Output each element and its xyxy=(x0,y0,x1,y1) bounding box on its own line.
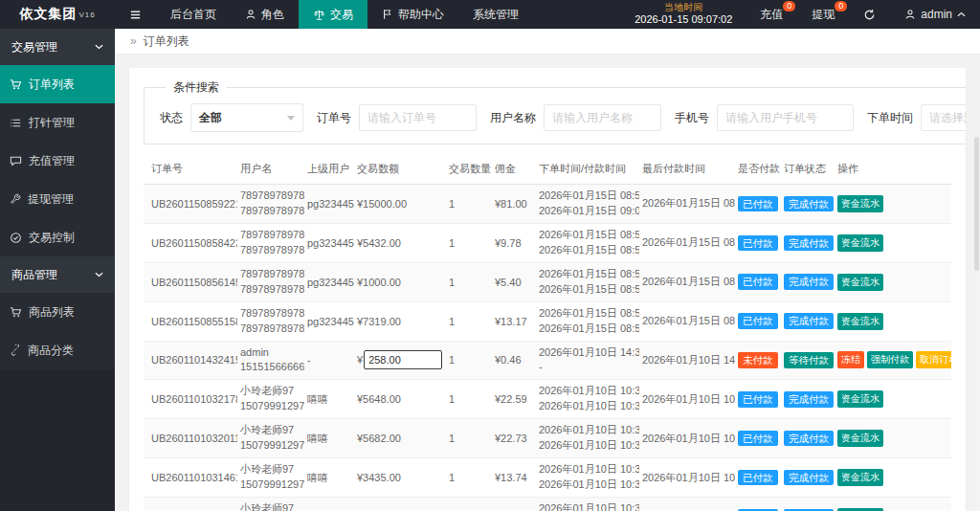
sidebar-item-goods-list[interactable]: 商品列表 xyxy=(0,293,115,331)
cart-icon xyxy=(10,306,22,319)
sidebar-group-trade[interactable]: 交易管理 xyxy=(0,29,115,65)
nav-dashboard[interactable]: 后台首页 xyxy=(156,0,231,29)
order-pay-time-cell: 2026年01月10日 14:32:41- xyxy=(536,341,639,380)
column-header: 最后付款时间 xyxy=(639,154,735,185)
sidebar-item-injection[interactable]: 打针管理 xyxy=(0,103,115,142)
action-button[interactable]: 资金流水 xyxy=(837,469,883,486)
local-time-value: 2026-01-15 09:07:02 xyxy=(635,13,732,27)
action-button[interactable]: 资金流水 xyxy=(837,274,883,291)
order-no-label: 订单号 xyxy=(317,110,351,126)
action-button[interactable]: 强制付款 xyxy=(867,351,913,368)
user-line: 15079991297 xyxy=(240,438,301,454)
order-status-badge: 完成付款 xyxy=(784,274,834,290)
parent-user-cell: 嘻嘻 xyxy=(304,498,354,511)
action-button[interactable]: 资金流水 xyxy=(837,390,883,408)
commission-cell: ¥81.00 xyxy=(492,185,536,224)
actions-cell: 资金流水 xyxy=(835,498,951,511)
sidebar-item-recharge[interactable]: 充值管理 xyxy=(0,142,115,180)
breadcrumb-prefix: » xyxy=(130,34,137,48)
order-pay-time-cell: 2026年01月15日 08:55:152026年01月15日 08:55:22 xyxy=(536,301,639,341)
status-select[interactable]: 全部 xyxy=(190,103,303,132)
flag-icon xyxy=(382,9,393,20)
sidebar-item-withdraw[interactable]: 提现管理 xyxy=(0,180,115,218)
status-label: 状态 xyxy=(160,110,183,126)
vertical-scrollbar[interactable] xyxy=(973,134,980,511)
user-cell: 7897897897878978978978 xyxy=(237,185,304,224)
nav-label: 帮助中心 xyxy=(398,7,444,23)
sidebar-item-label: 提现管理 xyxy=(28,191,74,208)
last-pay-time-cell: 2026年01月10日 10:32:01 xyxy=(639,419,735,458)
menu-toggle-button[interactable] xyxy=(115,0,156,29)
last-pay-time-cell: 2026年01月10日 10:31:32 xyxy=(639,498,735,511)
nav-role[interactable]: 角色 xyxy=(231,0,299,29)
action-button[interactable]: 取消订单 xyxy=(916,351,951,368)
recharge-button[interactable]: 充值 0 xyxy=(746,0,797,29)
withdraw-label: 提现 xyxy=(812,7,835,23)
sidebar-group-goods[interactable]: 商品管理 xyxy=(0,256,115,293)
pay-status-cell: 已付款 xyxy=(735,262,781,301)
order-time-input[interactable] xyxy=(921,104,966,131)
order-no-input[interactable] xyxy=(359,104,477,131)
chevron-up-icon xyxy=(957,11,966,17)
amount-input[interactable] xyxy=(364,350,442,369)
order-status-cell: 完成付款 xyxy=(781,498,835,511)
local-time-label: 当地时间 xyxy=(635,2,732,14)
column-header: 操作 xyxy=(835,154,951,185)
nav-system[interactable]: 系统管理 xyxy=(458,0,533,29)
column-header: 上级用户 xyxy=(304,154,354,185)
user-line: 78978978978 xyxy=(240,282,301,298)
nav-help-center[interactable]: 帮助中心 xyxy=(368,0,458,29)
actions-cell: 冻结强制付款取消订单 xyxy=(835,341,951,380)
action-button[interactable]: 资金流水 xyxy=(837,195,883,212)
time-line: 2026年01月15日 08:58:42 xyxy=(539,228,636,243)
action-button[interactable]: 资金流水 xyxy=(837,430,883,447)
person-icon xyxy=(245,9,256,20)
column-header: 佣金 xyxy=(492,154,536,185)
user-menu[interactable]: admin xyxy=(890,0,980,29)
action-button[interactable]: 资金流水 xyxy=(837,234,883,252)
orders-table: 订单号用户名上级用户交易数额交易数量佣金下单时间/付款时间最后付款时间是否付款订… xyxy=(144,154,951,511)
last-pay-time-cell: 2026年01月10日 10:31:46 xyxy=(639,458,735,498)
action-button[interactable]: 冻结 xyxy=(837,351,864,368)
scrollbar-thumb[interactable] xyxy=(974,137,979,271)
payment-status-badge: 已付款 xyxy=(738,470,778,486)
user-line: 小玲老师97 xyxy=(240,384,301,399)
payment-status-badge: 已付款 xyxy=(738,235,778,252)
order-status-badge: 完成付款 xyxy=(784,196,834,212)
payment-status-badge: 已付款 xyxy=(738,431,778,447)
time-line: 2026年01月15日 08:56:21 xyxy=(539,282,636,298)
parent-user-cell: 嘻嘻 xyxy=(304,419,354,458)
time-line: 2026年01月10日 10:32:17 xyxy=(539,384,636,399)
sidebar-item-trade-control[interactable]: 交易控制 xyxy=(0,218,115,256)
user-line: 15079991297 xyxy=(240,399,301,414)
orders-table-header: 订单号用户名上级用户交易数额交易数量佣金下单时间/付款时间最后付款时间是否付款订… xyxy=(144,154,951,185)
local-time: 当地时间 2026-01-15 09:07:02 xyxy=(621,0,746,29)
user-cell: admin15151566666 xyxy=(237,341,304,380)
sidebar-item-goods-category[interactable]: 商品分类 xyxy=(0,331,115,369)
sidebar-item-order-list[interactable]: 订单列表 xyxy=(0,65,115,103)
table-row: UB2601101432415103admin15151566666-¥1¥0.… xyxy=(144,341,951,380)
action-button[interactable]: 资金流水 xyxy=(837,313,883,330)
payment-status-badge: 已付款 xyxy=(738,274,778,290)
table-row: UB2601101031329630小玲老师9715079991297嘻嘻¥32… xyxy=(144,498,951,511)
commission-cell: ¥12.84 xyxy=(492,498,536,511)
control-icon xyxy=(10,232,22,244)
refresh-button[interactable] xyxy=(849,0,890,29)
quantity-cell: 1 xyxy=(446,341,492,380)
user-name-input[interactable] xyxy=(544,104,661,131)
nav-label: 角色 xyxy=(261,7,284,23)
nav-trade[interactable]: 交易 xyxy=(299,0,368,29)
status-select-value: 全部 xyxy=(199,110,222,126)
order-status-cell: 完成付款 xyxy=(781,380,835,419)
time-line: 2026年01月15日 09:00:10 xyxy=(539,204,636,219)
parent-user-cell: pg323445 xyxy=(304,185,354,224)
phone-input[interactable] xyxy=(717,104,854,131)
withdraw-button[interactable]: 提现 0 xyxy=(797,0,849,29)
person-icon xyxy=(904,9,916,20)
payment-status-badge: 已付款 xyxy=(738,391,778,408)
amount-cell: ¥5682.00 xyxy=(354,419,446,458)
order-pay-time-cell: 2026年01月15日 08:59:222026年01月15日 09:00:10 xyxy=(536,185,639,224)
menu-icon xyxy=(129,9,142,21)
action-buttons: 资金流水 xyxy=(837,469,948,486)
parent-user-cell: pg323445 xyxy=(304,262,354,301)
